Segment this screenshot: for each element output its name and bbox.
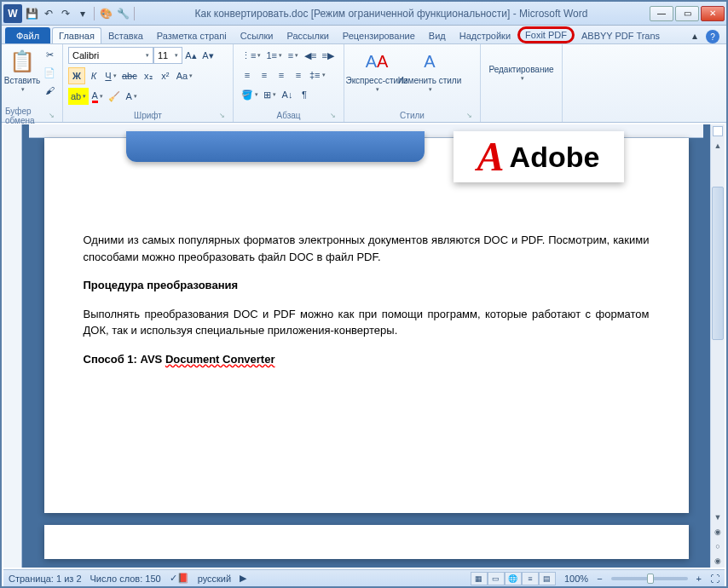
vertical-scrollbar[interactable]: ▲ ▼ ◉ ○ ◉: [710, 124, 725, 568]
status-bar: Страница: 1 из 2 Число слов: 150 ✓📕 русс…: [3, 569, 725, 586]
close-button[interactable]: ✕: [701, 6, 725, 21]
tool1-icon[interactable]: 🎨: [98, 6, 113, 21]
font-color-icon[interactable]: A▾: [89, 88, 106, 105]
strike-button[interactable]: abc: [119, 67, 140, 84]
spell-check-icon[interactable]: ✓📕: [170, 573, 189, 584]
doc-heading[interactable]: Процедура преобразования: [84, 277, 650, 294]
vertical-ruler[interactable]: [3, 124, 22, 568]
change-styles-icon: A: [416, 48, 443, 75]
multilevel-icon[interactable]: ≡▾: [285, 47, 302, 64]
line-spacing-icon[interactable]: ‡≡▾: [307, 66, 328, 84]
language-indicator[interactable]: русский: [198, 574, 231, 584]
tab-addins[interactable]: Надстройки: [453, 27, 517, 43]
tab-file[interactable]: Файл: [5, 27, 50, 43]
indent-dec-icon[interactable]: ◀≡: [302, 47, 319, 64]
zoom-out-button[interactable]: −: [597, 574, 602, 584]
fullscreen-view[interactable]: ▭: [488, 572, 505, 585]
fit-icon[interactable]: ⛶: [710, 574, 719, 584]
borders-icon[interactable]: ⊞▾: [261, 86, 279, 103]
italic-button[interactable]: К: [85, 67, 102, 84]
macro-icon[interactable]: ▶: [240, 573, 246, 584]
cut-icon[interactable]: ✂: [41, 46, 58, 63]
show-marks-icon[interactable]: ¶: [296, 86, 313, 103]
indent-inc-icon[interactable]: ≡▶: [319, 47, 336, 64]
redo-icon[interactable]: ↷: [58, 6, 73, 21]
font-name-input[interactable]: Calibri▾: [68, 47, 153, 64]
prev-page-icon[interactable]: ◉: [711, 524, 725, 539]
subscript-button[interactable]: x₂: [140, 67, 157, 84]
shrink-font-icon[interactable]: A▾: [199, 47, 217, 64]
draft-view[interactable]: ▤: [539, 572, 556, 585]
grow-font-icon[interactable]: A▴: [182, 47, 199, 64]
ruler-toggle-icon[interactable]: [713, 126, 723, 136]
quick-access-toolbar: 💾 ↶ ↷ ▾ 🎨 🔧: [24, 6, 136, 21]
superscript-button[interactable]: x²: [157, 67, 174, 84]
editing-button[interactable]: Редактирование ▾: [484, 46, 558, 84]
bullets-icon[interactable]: ⋮≡▾: [239, 47, 263, 64]
window-title: Как конвертировать.doc [Режим ограниченн…: [136, 8, 646, 20]
zoom-in-button[interactable]: +: [696, 574, 702, 584]
numbering-icon[interactable]: 1≡▾: [263, 47, 285, 64]
clear-format-icon[interactable]: 🧹: [106, 88, 123, 105]
tab-insert[interactable]: Вставка: [101, 27, 150, 43]
tab-foxit-pdf[interactable]: Foxit PDF: [517, 26, 575, 43]
text-effects-icon[interactable]: A▾: [123, 88, 140, 105]
styles-launcher[interactable]: ↘: [466, 112, 477, 122]
browse-object-icon[interactable]: ○: [711, 539, 725, 553]
paragraph-launcher[interactable]: ↘: [330, 112, 340, 122]
document-page[interactable]: A Adobe Одними из самых популярных форма…: [44, 138, 689, 513]
next-page-icon[interactable]: ◉: [711, 553, 725, 568]
align-left-icon[interactable]: ≡: [239, 66, 256, 84]
tab-home[interactable]: Главная: [52, 27, 101, 43]
ribbon: 📋 Вставить ▾ ✂ 📄 🖌 Буфер обмена↘ Calibri…: [2, 44, 726, 123]
copy-icon[interactable]: 📄: [41, 64, 58, 81]
underline-button[interactable]: Ч▾: [102, 67, 119, 84]
web-view[interactable]: 🌐: [505, 572, 522, 585]
bold-button[interactable]: Ж: [68, 67, 85, 84]
document-page-2[interactable]: [44, 525, 689, 559]
undo-icon[interactable]: ↶: [41, 6, 56, 21]
change-case-icon[interactable]: Aa▾: [174, 67, 195, 84]
adobe-a-icon: A: [477, 136, 505, 177]
help-icon[interactable]: ?: [706, 30, 719, 43]
tab-review[interactable]: Рецензирование: [336, 27, 422, 43]
outline-view[interactable]: ≡: [522, 572, 539, 585]
word-count[interactable]: Число слов: 150: [90, 574, 161, 584]
tab-view[interactable]: Вид: [422, 27, 453, 43]
print-layout-view[interactable]: ▦: [471, 572, 488, 585]
scroll-thumb[interactable]: [712, 187, 724, 340]
doc-heading[interactable]: Способ 1: AVS Document Converter: [84, 351, 650, 368]
justify-icon[interactable]: ≡: [290, 66, 307, 84]
align-center-icon[interactable]: ≡: [256, 66, 273, 84]
tab-references[interactable]: Ссылки: [234, 27, 280, 43]
scroll-up-icon[interactable]: ▲: [711, 138, 725, 153]
save-icon[interactable]: 💾: [24, 6, 39, 21]
tab-mailings[interactable]: Рассылки: [280, 27, 335, 43]
zoom-slider[interactable]: [611, 577, 688, 580]
ribbon-minimize-icon[interactable]: ▴: [687, 28, 702, 43]
change-styles-button[interactable]: A Изменить стили ▾: [406, 46, 454, 95]
shading-icon[interactable]: 🪣▾: [239, 86, 261, 103]
font-launcher[interactable]: ↘: [219, 112, 229, 122]
font-size-input[interactable]: 11▾: [153, 47, 182, 64]
align-right-icon[interactable]: ≡: [273, 66, 290, 84]
minimize-button[interactable]: —: [650, 6, 673, 21]
quick-styles-button[interactable]: AA Экспресс-стили ▾: [348, 46, 406, 95]
qa-custom-icon[interactable]: ▾: [75, 6, 90, 21]
document-body[interactable]: Одними из самых популярных форматов элек…: [84, 232, 650, 367]
tab-abbyy[interactable]: ABBYY PDF Trans: [575, 27, 667, 43]
doc-paragraph[interactable]: Одними из самых популярных форматов элек…: [84, 232, 650, 265]
clipboard-launcher[interactable]: ↘: [49, 112, 59, 122]
format-painter-icon[interactable]: 🖌: [41, 82, 58, 99]
sort-icon[interactable]: A↓: [279, 86, 296, 103]
page-indicator[interactable]: Страница: 1 из 2: [9, 574, 82, 584]
tool2-icon[interactable]: 🔧: [115, 6, 130, 21]
scroll-down-icon[interactable]: ▼: [711, 510, 725, 524]
maximize-button[interactable]: ▭: [675, 6, 699, 21]
paste-button[interactable]: 📋 Вставить ▾: [5, 46, 39, 95]
word-menu-icon[interactable]: W: [3, 4, 22, 23]
tab-layout[interactable]: Разметка страni: [150, 27, 234, 43]
highlight-icon[interactable]: ab▾: [68, 88, 89, 105]
zoom-level[interactable]: 100%: [564, 574, 588, 584]
doc-paragraph[interactable]: Выполнять преобразования DOC и PDF можно…: [84, 306, 650, 339]
